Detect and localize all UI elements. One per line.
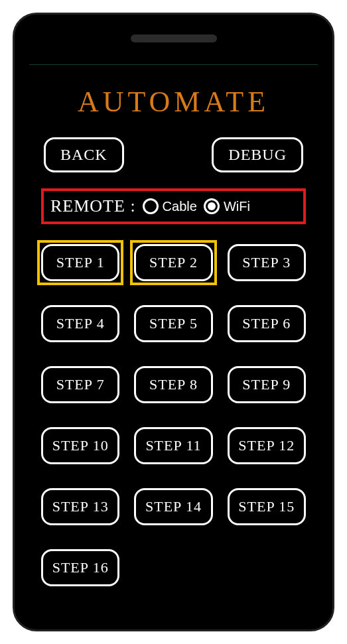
step-button-11[interactable]: STEP 11 bbox=[134, 427, 212, 464]
page-title: AUTOMATE bbox=[29, 85, 318, 119]
radio-off-icon bbox=[143, 198, 159, 214]
radio-wifi-label: WiFi bbox=[224, 199, 250, 214]
step-cell: STEP 9 bbox=[228, 366, 306, 403]
step-cell: STEP 15 bbox=[228, 488, 306, 525]
phone-speaker bbox=[131, 34, 217, 42]
step-cell: STEP 13 bbox=[41, 488, 119, 525]
remote-label: REMOTE : bbox=[50, 196, 136, 216]
step-cell: STEP 1 bbox=[41, 244, 119, 281]
step-button-3[interactable]: STEP 3 bbox=[228, 244, 306, 281]
step-button-2[interactable]: STEP 2 bbox=[134, 244, 212, 281]
step-button-8[interactable]: STEP 8 bbox=[134, 366, 212, 403]
remote-panel: REMOTE : Cable WiFi bbox=[41, 188, 306, 224]
screen: AUTOMATE BACK DEBUG REMOTE : Cable WiFi … bbox=[29, 64, 318, 611]
phone-frame: AUTOMATE BACK DEBUG REMOTE : Cable WiFi … bbox=[13, 13, 334, 631]
radio-cable[interactable]: Cable bbox=[143, 198, 197, 214]
step-cell: STEP 16 bbox=[41, 549, 119, 586]
step-cell: STEP 6 bbox=[228, 305, 306, 342]
step-button-14[interactable]: STEP 14 bbox=[134, 488, 212, 525]
step-button-7[interactable]: STEP 7 bbox=[41, 366, 119, 403]
steps-grid: STEP 1STEP 2STEP 3STEP 4STEP 5STEP 6STEP… bbox=[41, 244, 306, 586]
debug-button[interactable]: DEBUG bbox=[212, 137, 303, 172]
step-cell: STEP 4 bbox=[41, 305, 119, 342]
step-cell: STEP 7 bbox=[41, 366, 119, 403]
step-cell: STEP 8 bbox=[134, 366, 212, 403]
step-button-16[interactable]: STEP 16 bbox=[41, 549, 119, 586]
step-button-12[interactable]: STEP 12 bbox=[228, 427, 306, 464]
radio-cable-label: Cable bbox=[163, 199, 197, 214]
step-cell: STEP 3 bbox=[228, 244, 306, 281]
step-button-15[interactable]: STEP 15 bbox=[228, 488, 306, 525]
back-button[interactable]: BACK bbox=[44, 137, 124, 172]
step-cell: STEP 2 bbox=[134, 244, 212, 281]
nav-row: BACK DEBUG bbox=[44, 137, 303, 172]
step-cell: STEP 12 bbox=[228, 427, 306, 464]
step-button-10[interactable]: STEP 10 bbox=[41, 427, 119, 464]
step-button-1[interactable]: STEP 1 bbox=[41, 244, 119, 281]
step-button-9[interactable]: STEP 9 bbox=[228, 366, 306, 403]
radio-wifi[interactable]: WiFi bbox=[204, 198, 250, 214]
step-button-5[interactable]: STEP 5 bbox=[134, 305, 212, 342]
radio-dot-icon bbox=[208, 202, 216, 210]
step-button-4[interactable]: STEP 4 bbox=[41, 305, 119, 342]
step-cell: STEP 14 bbox=[134, 488, 212, 525]
step-cell: STEP 10 bbox=[41, 427, 119, 464]
step-cell: STEP 5 bbox=[134, 305, 212, 342]
step-cell: STEP 11 bbox=[134, 427, 212, 464]
step-button-13[interactable]: STEP 13 bbox=[41, 488, 119, 525]
radio-on-icon bbox=[204, 198, 220, 214]
step-button-6[interactable]: STEP 6 bbox=[228, 305, 306, 342]
